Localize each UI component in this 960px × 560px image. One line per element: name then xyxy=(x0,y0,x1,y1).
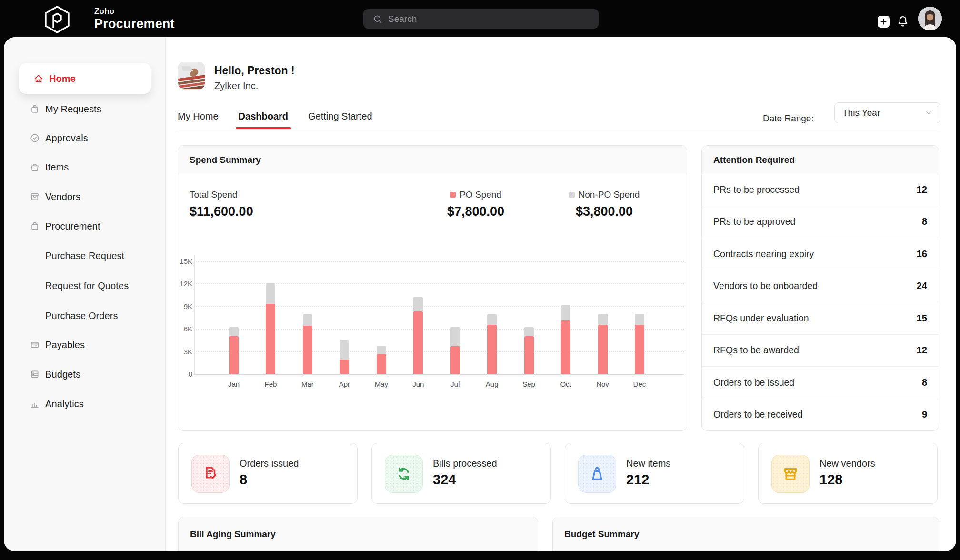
sidebar-item-budgets[interactable]: Budgets xyxy=(4,361,166,388)
date-range-select[interactable]: This Year xyxy=(834,102,940,123)
spend-summary-header: Spend Summary xyxy=(178,146,687,174)
kpi-card-label: New items xyxy=(626,458,670,469)
attention-row-value: 12 xyxy=(917,184,927,195)
bar-po-oct xyxy=(561,320,570,374)
weight-icon xyxy=(578,455,616,493)
po-spend-value: $7,800.00 xyxy=(430,204,521,219)
attention-row-rfqs-under-evaluation[interactable]: RFQs under evaluation15 xyxy=(702,302,939,334)
top-bar: Zoho Procurement xyxy=(0,0,960,37)
attention-row-label: Orders to be issued xyxy=(713,377,794,388)
spend-bar-chart: 03K6K9K12K15KJanFebMarAprMayJunJulAugSep… xyxy=(178,255,687,398)
bell-icon xyxy=(896,15,910,28)
y-tick-0: 0 xyxy=(178,370,192,378)
attention-row-prs-to-be-approved[interactable]: PRs to be approved8 xyxy=(702,206,939,238)
bar-po-jun xyxy=(413,311,423,374)
notifications-button[interactable] xyxy=(896,15,910,28)
attention-row-label: RFQs under evaluation xyxy=(713,313,809,324)
x-tick-oct: Oct xyxy=(551,380,580,388)
bar-nonpo-nov xyxy=(598,314,608,325)
screen: Zoho Procurement xyxy=(0,0,960,560)
sidebar-item-request-for-quotes[interactable]: Request for Quotes xyxy=(4,272,166,299)
kpi-card-value: 324 xyxy=(433,472,456,488)
total-spend-value: $11,600.00 xyxy=(190,204,253,219)
nonpo-spend-stat: Non-PO Spend $3,800.00 xyxy=(559,190,650,219)
attention-row-rfqs-to-be-awarded[interactable]: RFQs to be awarded12 xyxy=(702,334,939,367)
gridline-15K xyxy=(194,261,684,262)
attention-required-title: Attention Required xyxy=(713,155,795,165)
sidebar-item-approvals[interactable]: Approvals xyxy=(4,125,166,151)
bar-chart-icon xyxy=(30,399,40,409)
sidebar-item-label: Home xyxy=(49,73,76,84)
bar-po-may xyxy=(377,354,386,374)
sidebar-item-payables[interactable]: Payables xyxy=(4,331,166,358)
basket-icon xyxy=(30,162,40,172)
spend-summary-title: Spend Summary xyxy=(190,155,261,165)
attention-row-vendors-to-be-onboarded[interactable]: Vendors to be onboarded24 xyxy=(702,270,939,302)
sidebar-item-purchase-request[interactable]: Purchase Request xyxy=(4,242,166,269)
attention-row-value: 8 xyxy=(922,377,927,388)
sidebar-item-my-requests[interactable]: My Requests xyxy=(4,96,166,122)
app-logo[interactable]: Zoho Procurement xyxy=(43,4,175,34)
sidebar-item-analytics[interactable]: Analytics xyxy=(4,390,166,417)
drawer-icon xyxy=(30,340,40,350)
sidebar-item-home[interactable]: Home xyxy=(19,63,151,94)
po-spend-stat: PO Spend $7,800.00 xyxy=(430,190,521,219)
sidebar-item-procurement[interactable]: Procurement xyxy=(4,213,166,240)
bar-nonpo-oct xyxy=(561,305,570,320)
search-input[interactable] xyxy=(387,13,580,25)
sidebar-item-label: Payables xyxy=(45,340,85,350)
sidebar-item-label: My Requests xyxy=(45,104,101,115)
attention-row-prs-to-be-processed[interactable]: PRs to be processed12 xyxy=(702,174,939,206)
avatar-photo xyxy=(918,7,942,30)
sidebar-item-label: Approvals xyxy=(45,133,88,144)
sidebar-item-items[interactable]: Items xyxy=(4,154,166,180)
bar-po-jan xyxy=(229,336,239,374)
sidebar-item-vendors[interactable]: Vendors xyxy=(4,183,166,210)
attention-row-orders-to-be-received[interactable]: Orders to be received9 xyxy=(702,399,939,431)
bag-icon xyxy=(30,221,40,231)
sidebar-item-label: Request for Quotes xyxy=(45,280,129,291)
bar-nonpo-aug xyxy=(487,314,497,325)
attention-row-value: 9 xyxy=(922,409,927,420)
bar-po-mar xyxy=(303,326,312,374)
bar-po-jul xyxy=(450,346,460,374)
kpi-card-new-vendors[interactable]: New vendors128 xyxy=(758,443,938,504)
kpi-card-bills-processed[interactable]: Bills processed324 xyxy=(371,443,551,504)
bar-nonpo-dec xyxy=(635,314,644,325)
global-search[interactable] xyxy=(363,9,599,29)
bar-po-dec xyxy=(635,325,644,374)
kpi-card-value: 8 xyxy=(240,472,247,488)
kpi-card-orders-issued[interactable]: Orders issued8 xyxy=(178,443,358,504)
bar-po-sep xyxy=(524,336,534,374)
kpi-card-new-items[interactable]: New items212 xyxy=(565,443,744,504)
user-avatar[interactable] xyxy=(918,7,942,30)
x-tick-aug: Aug xyxy=(478,380,506,388)
zoho-hexagon-logo-icon xyxy=(43,5,71,34)
attention-row-label: RFQs to be awarded xyxy=(713,345,799,356)
bar-po-apr xyxy=(340,360,349,374)
bar-po-nov xyxy=(598,325,608,374)
sidebar-nav: HomeMy RequestsApprovalsItemsVendorsProc… xyxy=(4,37,166,551)
x-tick-apr: Apr xyxy=(330,380,359,388)
brand-text: Zoho Procurement xyxy=(94,7,175,31)
home-icon xyxy=(33,73,44,84)
tab-dashboard[interactable]: Dashboard xyxy=(239,111,288,129)
sidebar-item-label: Procurement xyxy=(45,221,100,232)
bar-nonpo-sep xyxy=(524,327,534,336)
bar-nonpo-apr xyxy=(340,340,349,360)
tab-getting-started[interactable]: Getting Started xyxy=(308,111,372,129)
kpi-card-label: Orders issued xyxy=(240,458,299,469)
tab-my-home[interactable]: My Home xyxy=(178,111,219,129)
document-check-icon xyxy=(191,455,230,493)
attention-row-contracts-nearing-expiry[interactable]: Contracts nearing expiry16 xyxy=(702,238,939,270)
attention-row-orders-to-be-issued[interactable]: Orders to be issued8 xyxy=(702,366,939,399)
bill-aging-summary-title: Bill Aging Summary xyxy=(190,529,276,540)
attention-row-value: 15 xyxy=(917,313,927,324)
x-tick-jul: Jul xyxy=(441,380,470,388)
app-window: HomeMy RequestsApprovalsItemsVendorsProc… xyxy=(4,37,956,551)
quick-add-button[interactable] xyxy=(878,16,890,28)
bag-icon xyxy=(30,104,40,114)
sidebar-item-purchase-orders[interactable]: Purchase Orders xyxy=(4,302,166,329)
po-spend-label: PO Spend xyxy=(460,190,501,200)
check-circle-icon xyxy=(30,133,40,143)
